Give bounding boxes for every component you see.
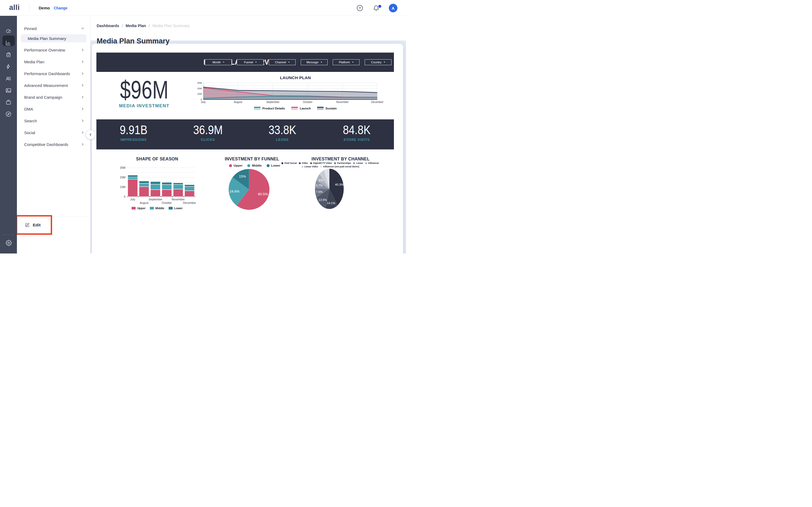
- settings-gear-icon[interactable]: [5, 239, 13, 247]
- breadcrumb-media-plan[interactable]: Media Plan: [126, 23, 146, 28]
- lightning-icon[interactable]: [0, 61, 17, 72]
- sidebar-collapse-button[interactable]: [86, 130, 95, 139]
- legend-item-lower: Lower: [169, 207, 183, 210]
- shape-of-season-title: SHAPE OF SEASON: [115, 157, 199, 162]
- chevron-right-icon: [81, 119, 84, 122]
- svg-text:October: October: [162, 201, 172, 205]
- filter-funnel-dropdown[interactable]: Funnel▾: [237, 59, 264, 65]
- svg-text:?: ?: [359, 6, 361, 10]
- caret-down-icon: ▾: [255, 61, 256, 63]
- edit-button-label: Edit: [33, 223, 41, 227]
- svg-text:July: July: [201, 101, 206, 104]
- users-icon[interactable]: [0, 73, 17, 84]
- chevron-right-icon: [81, 72, 84, 75]
- kpi-label: MEDIA INVESTMENT: [105, 103, 183, 109]
- sidebar-item-media-plan-summary[interactable]: Media Plan Summary: [21, 34, 87, 42]
- pinned-label: Pinned: [24, 26, 37, 31]
- caret-down-icon: ▾: [352, 61, 353, 63]
- alli-logo: alli: [9, 3, 20, 12]
- stat-impressions: 9.91BIMPRESSIONS: [96, 119, 171, 150]
- filter-month-dropdown[interactable]: Month▾: [205, 59, 232, 65]
- svg-text:6.7%: 6.7%: [316, 184, 322, 187]
- legend-item-middle: Middle: [247, 164, 261, 167]
- notification-badge: [378, 5, 381, 8]
- legend-item-partnerships: Partnerships: [334, 162, 351, 164]
- sidebar-item-brand-and-campaign[interactable]: Brand and Campaign: [17, 91, 90, 103]
- investment-by-funnel-title: INVESTMENT BY FUNNEL: [225, 157, 279, 162]
- user-avatar[interactable]: A: [389, 4, 397, 12]
- legend-item-middle: Middle: [150, 207, 164, 210]
- bar-chart-icon[interactable]: [0, 38, 17, 48]
- svg-text:September: September: [149, 198, 162, 201]
- compass-icon[interactable]: [0, 108, 17, 119]
- chevron-right-icon: [81, 48, 84, 52]
- dashboard-icon[interactable]: [0, 25, 17, 36]
- svg-text:7.5%: 7.5%: [316, 190, 322, 193]
- chevron-right-icon: [81, 96, 84, 99]
- shape-of-season-chart: JulyAugustSeptemberOctoberNovemberDecemb…: [115, 162, 199, 206]
- svg-text:August: August: [234, 101, 242, 104]
- svg-text:20M: 20M: [120, 176, 125, 179]
- svg-text:30M: 30M: [120, 166, 125, 169]
- caret-down-icon: ▾: [223, 61, 224, 63]
- legend-item-digital-ctv-video: Digital/CTV Video: [310, 162, 332, 164]
- svg-text:September: September: [266, 101, 280, 104]
- filter-message-dropdown[interactable]: Message▾: [301, 59, 327, 65]
- legend-item-sustain: Sustain: [317, 107, 337, 110]
- svg-text:40.3%: 40.3%: [335, 183, 344, 186]
- sidebar-item-performance-dashboards[interactable]: Performance Dashboards: [17, 68, 90, 79]
- svg-text:14.1%: 14.1%: [327, 202, 335, 205]
- stat-leads: 33.8KLEADS: [245, 119, 319, 150]
- sidebar-item-search[interactable]: Search: [17, 115, 90, 127]
- sidebar-group-pinned[interactable]: Pinned: [17, 23, 90, 33]
- edit-pencil-icon: [25, 222, 30, 227]
- svg-text:6%: 6%: [319, 179, 323, 182]
- icon-rail: [0, 16, 17, 253]
- sidebar-item-media-plan[interactable]: Media Plan: [17, 56, 90, 68]
- stat-clicks: 36.9MCLICKS: [171, 119, 245, 150]
- change-project-link[interactable]: Change: [54, 6, 67, 10]
- sidebar-item-dma[interactable]: DMA: [17, 103, 90, 115]
- app-window: alli Demo Change ? A: [0, 0, 406, 253]
- svg-text:60.5%: 60.5%: [258, 192, 268, 196]
- rail-divider: [3, 235, 14, 235]
- svg-text:December: December: [371, 101, 384, 104]
- launch-plan-chart: 010M20M30MJulyAugustSeptemberOctoberNove…: [196, 79, 395, 106]
- edit-button[interactable]: Edit: [17, 217, 51, 233]
- svg-text:December: December: [183, 201, 196, 205]
- breadcrumb-separator: /: [149, 23, 150, 28]
- svg-text:0: 0: [124, 195, 125, 198]
- sidebar-item-advanced-measurement[interactable]: Advanced Measurement: [17, 79, 90, 91]
- legend-item-influencer: Influencer: [365, 162, 379, 164]
- svg-text:24.6%: 24.6%: [230, 189, 240, 193]
- svg-text:13.5%: 13.5%: [318, 198, 327, 202]
- chevron-right-icon: [81, 60, 84, 63]
- kpi-value: $96M: [115, 77, 174, 103]
- sidebar-item-social[interactable]: Social: [17, 127, 90, 138]
- shopping-bag-icon[interactable]: [0, 97, 17, 107]
- chevron-down-icon: [81, 27, 84, 30]
- sidebar-item-performance-overview[interactable]: Performance Overview: [17, 44, 90, 56]
- legend-item-product-details: Product Details: [254, 107, 285, 110]
- help-icon[interactable]: ?: [356, 5, 363, 11]
- breadcrumb-current: Media Plan Summary: [153, 23, 190, 28]
- breadcrumb-dashboards[interactable]: Dashboards: [97, 23, 119, 28]
- page-title: Media Plan Summary: [97, 37, 170, 45]
- filter-platform-dropdown[interactable]: Platform▾: [333, 59, 360, 65]
- breadcrumb: Dashboards / Media Plan / Media Plan Sum…: [97, 23, 190, 28]
- legend-item-launch: Launch: [291, 107, 311, 110]
- chevron-right-icon: [81, 84, 84, 87]
- stats-bar: 9.91BIMPRESSIONS36.9MCLICKS33.8KLEADS84.…: [96, 119, 394, 150]
- filter-channel-dropdown[interactable]: Channel▾: [269, 59, 296, 65]
- top-bar: alli Demo Change ? A: [0, 0, 406, 16]
- image-icon[interactable]: [0, 85, 17, 96]
- investment-by-funnel-pie: 60.5%24.6%15%: [227, 167, 271, 211]
- svg-text:November: November: [336, 101, 349, 104]
- filter-country-dropdown[interactable]: Country▾: [365, 59, 392, 65]
- clipboard-check-icon[interactable]: [0, 49, 17, 60]
- sidebar-item-competitive-dashboards[interactable]: Competitive Dashboards: [17, 138, 90, 150]
- caret-down-icon: ▾: [288, 61, 290, 63]
- svg-text:10M: 10M: [197, 93, 202, 95]
- project-name: Demo: [39, 6, 50, 10]
- filter-bar: Month▾Funnel▾Channel▾Message▾Platform▾Co…: [205, 59, 392, 65]
